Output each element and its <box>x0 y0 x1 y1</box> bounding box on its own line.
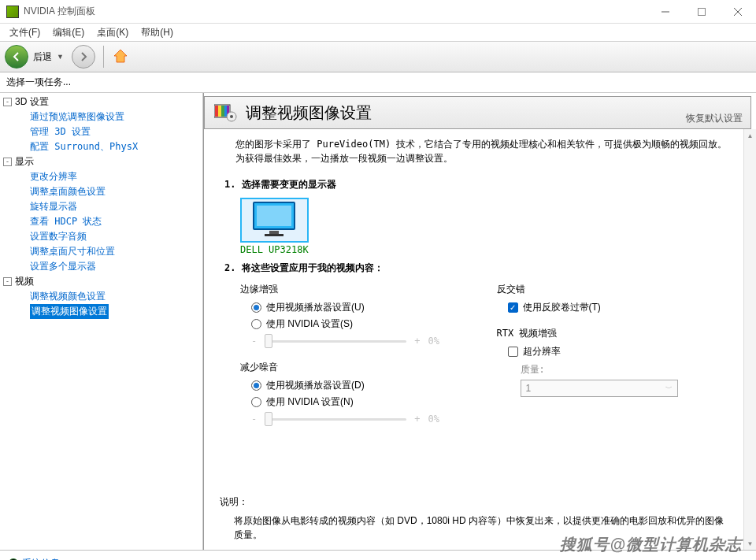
tree-item[interactable]: 管理 3D 设置 <box>2 124 201 139</box>
tree-item[interactable]: 设置数字音频 <box>2 229 201 244</box>
rtx-enhancement-group: RTX 视频增强 超分辨率 质量: 1 ﹀ <box>497 327 732 397</box>
checkbox-icon <box>508 347 518 357</box>
scroll-down-icon[interactable]: ▼ <box>744 537 756 550</box>
noise-title: 减少噪音 <box>240 361 475 374</box>
monitor-icon <box>240 198 309 243</box>
collapse-icon[interactable]: - <box>3 277 12 286</box>
task-label: 选择一项任务... <box>0 72 756 93</box>
back-label: 后退 <box>33 50 52 64</box>
edge-slider: - + 0% <box>240 332 475 350</box>
edge-radio-nvidia[interactable]: 使用 NVIDIA 设置(S) <box>240 316 475 332</box>
tree-category-video[interactable]: -视频 <box>2 274 201 289</box>
tree-item[interactable]: 旋转显示器 <box>2 199 201 214</box>
svg-rect-5 <box>215 106 218 117</box>
toolbar: 后退 ▼ <box>0 41 756 72</box>
tree-category-display[interactable]: -显示 <box>2 154 201 169</box>
scroll-up-icon[interactable]: ▲ <box>744 129 756 142</box>
rtx-super-res-checkbox[interactable]: 超分辨率 <box>497 343 732 360</box>
rtx-quality-select[interactable]: 1 ﹀ <box>521 380 678 397</box>
system-info-link[interactable]: 系统信息 <box>22 557 60 560</box>
section-2-heading: 2. 将这些设置应用于我的视频内容： <box>224 261 731 275</box>
menubar: 文件(F) 编辑(E) 桌面(K) 帮助(H) <box>0 24 756 41</box>
noise-reduction-group: 减少噪音 使用视频播放器设置(D) 使用 NVIDIA 设置(N) - + 0% <box>240 361 475 428</box>
tree-item-selected[interactable]: 调整视频图像设置 <box>30 304 109 319</box>
video-settings-icon <box>214 103 238 122</box>
tree-item[interactable]: 调整桌面颜色设置 <box>2 184 201 199</box>
svg-rect-7 <box>221 106 224 117</box>
deinterlace-checkbox[interactable]: 使用反胶卷过带(T) <box>497 299 732 316</box>
tree-item[interactable]: 设置多个显示器 <box>2 259 201 274</box>
noise-radio-nvidia[interactable]: 使用 NVIDIA 设置(N) <box>240 394 475 410</box>
svg-rect-8 <box>224 106 227 117</box>
deinterlace-group: 反交错 使用反胶卷过带(T) <box>497 283 732 316</box>
noise-slider: - + 0% <box>240 410 475 428</box>
tree-item[interactable]: 配置 Surround、PhysX <box>2 139 201 154</box>
menu-help[interactable]: 帮助(H) <box>135 24 180 41</box>
minimize-button[interactable] <box>647 0 684 24</box>
window-title: NVIDIA 控制面板 <box>24 5 647 18</box>
close-button[interactable] <box>720 0 756 24</box>
tree-category-3d[interactable]: -3D 设置 <box>2 95 201 109</box>
back-button[interactable] <box>5 45 28 69</box>
edge-radio-player[interactable]: 使用视频播放器设置(U) <box>240 299 475 316</box>
home-button[interactable] <box>112 47 129 67</box>
menu-file[interactable]: 文件(F) <box>3 24 46 41</box>
tree-item[interactable]: 更改分辨率 <box>2 169 201 184</box>
collapse-icon[interactable]: - <box>3 98 12 106</box>
forward-button[interactable] <box>72 45 95 69</box>
back-dropdown[interactable]: ▼ <box>57 53 64 61</box>
tree-item[interactable]: 调整视频颜色设置 <box>2 289 201 304</box>
svg-rect-13 <box>257 206 291 226</box>
radio-icon <box>251 319 261 329</box>
svg-rect-6 <box>218 106 221 117</box>
edge-title: 边缘增强 <box>240 283 475 296</box>
tree-item[interactable]: 查看 HDCP 状态 <box>2 214 201 229</box>
collapse-icon[interactable]: - <box>3 158 12 166</box>
content-area: 调整视频图像设置 恢复默认设置 您的图形卡采用了 PureVideo(TM) 技… <box>203 93 756 550</box>
toolbar-separator <box>103 46 104 68</box>
rtx-quality-label: 质量: <box>497 363 732 376</box>
rtx-title: RTX 视频增强 <box>497 327 732 340</box>
menu-edit[interactable]: 编辑(E) <box>46 24 91 41</box>
restore-defaults-link[interactable]: 恢复默认设置 <box>686 112 743 125</box>
maximize-button[interactable] <box>684 0 720 24</box>
menu-desktop[interactable]: 桌面(K) <box>91 24 135 41</box>
section-1-heading: 1. 选择需要变更的显示器 <box>224 178 731 191</box>
page-title: 调整视频图像设置 <box>246 102 372 124</box>
svg-rect-15 <box>265 234 284 236</box>
noise-radio-player[interactable]: 使用视频播放器设置(D) <box>240 377 475 394</box>
chevron-down-icon: ﹀ <box>665 384 673 394</box>
svg-rect-1 <box>699 8 706 15</box>
monitor-selector[interactable]: DELL UP3218K <box>240 198 309 255</box>
monitor-label: DELL UP3218K <box>240 244 309 255</box>
page-body: 您的图形卡采用了 PureVideo(TM) 技术，它结合了专用的视频处理核心和… <box>204 129 743 550</box>
page-description: 您的图形卡采用了 PureVideo(TM) 技术，它结合了专用的视频处理核心和… <box>235 137 731 165</box>
titlebar: NVIDIA 控制面板 <box>0 0 756 24</box>
deinterlace-title: 反交错 <box>497 283 732 296</box>
svg-point-11 <box>230 115 233 118</box>
checkbox-icon <box>508 302 518 313</box>
radio-icon <box>251 302 261 313</box>
tree-item[interactable]: 调整桌面尺寸和位置 <box>2 244 201 259</box>
nvidia-logo-icon <box>6 6 19 18</box>
watermark: 搜狐号@微型计算机杂志 <box>560 534 742 555</box>
radio-icon <box>251 380 261 391</box>
tree-item[interactable]: 通过预览调整图像设置 <box>2 109 201 124</box>
svg-rect-14 <box>269 231 279 234</box>
edge-enhancement-group: 边缘增强 使用视频播放器设置(U) 使用 NVIDIA 设置(S) - + 0% <box>240 283 475 350</box>
explanation-heading: 说明： <box>220 495 728 509</box>
page-header: 调整视频图像设置 恢复默认设置 <box>204 96 751 129</box>
vertical-scrollbar[interactable]: ▲ ▼ <box>743 129 756 550</box>
sidebar: -3D 设置 通过预览调整图像设置 管理 3D 设置 配置 Surround、P… <box>0 93 203 550</box>
radio-icon <box>251 397 261 407</box>
